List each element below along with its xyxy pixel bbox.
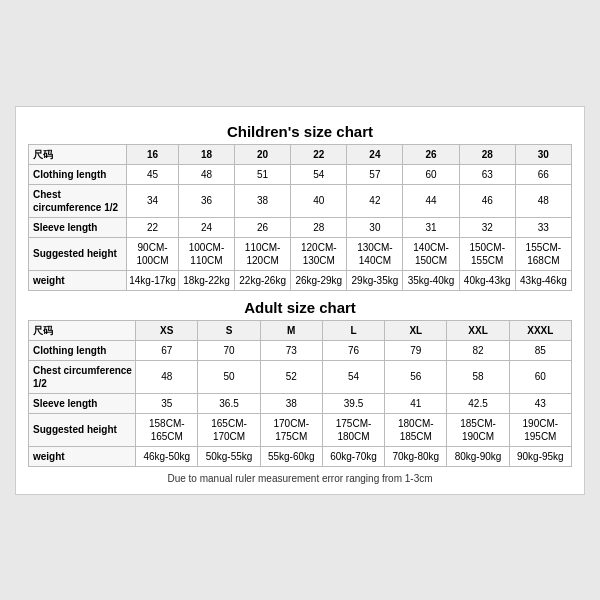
row-cell: 82 [447,340,509,360]
row-cell: 44 [403,184,459,217]
adult-header-cell: XL [385,320,447,340]
row-cell: 22 [127,217,179,237]
children-header-cell: 18 [178,144,234,164]
children-header-cell: 24 [347,144,403,164]
table-row: weight14kg-17kg18kg-22kg22kg-26kg26kg-29… [29,270,572,290]
row-cell: 48 [515,184,571,217]
table-row: Clothing length67707376798285 [29,340,572,360]
adult-header-cell: S [198,320,260,340]
row-cell: 42 [347,184,403,217]
row-cell: 50kg-55kg [198,446,260,466]
row-cell: 43kg-46kg [515,270,571,290]
row-cell: 170CM-175CM [260,413,322,446]
adult-title: Adult size chart [28,299,572,316]
row-cell: 35 [136,393,198,413]
row-cell: 24 [178,217,234,237]
row-cell: 43 [509,393,571,413]
row-cell: 70kg-80kg [385,446,447,466]
row-label: weight [29,446,136,466]
row-cell: 165CM-170CM [198,413,260,446]
row-cell: 67 [136,340,198,360]
adult-header-cell: 尺码 [29,320,136,340]
row-cell: 158CM-165CM [136,413,198,446]
row-cell: 80kg-90kg [447,446,509,466]
adult-header-cell: M [260,320,322,340]
row-cell: 185CM-190CM [447,413,509,446]
row-cell: 34 [127,184,179,217]
row-label: Suggested height [29,237,127,270]
row-cell: 50 [198,360,260,393]
row-cell: 57 [347,164,403,184]
row-cell: 22kg-26kg [235,270,291,290]
row-cell: 31 [403,217,459,237]
row-label: Clothing length [29,164,127,184]
row-label: Sleeve length [29,393,136,413]
row-cell: 41 [385,393,447,413]
row-cell: 29kg-35kg [347,270,403,290]
row-cell: 40kg-43kg [459,270,515,290]
adult-header-cell: L [322,320,384,340]
table-row: Chest circumference 1/23436384042444648 [29,184,572,217]
row-cell: 46kg-50kg [136,446,198,466]
row-cell: 48 [178,164,234,184]
table-row: Chest circumference 1/248505254565860 [29,360,572,393]
row-cell: 38 [260,393,322,413]
row-cell: 140CM-150CM [403,237,459,270]
adult-header-cell: XXXL [509,320,571,340]
row-cell: 85 [509,340,571,360]
children-header-cell: 28 [459,144,515,164]
row-cell: 42.5 [447,393,509,413]
row-label: Chest circumference 1/2 [29,184,127,217]
row-cell: 90kg-95kg [509,446,571,466]
row-cell: 110CM-120CM [235,237,291,270]
row-cell: 30 [347,217,403,237]
row-cell: 28 [291,217,347,237]
row-label: weight [29,270,127,290]
row-cell: 73 [260,340,322,360]
row-cell: 60 [403,164,459,184]
row-cell: 155CM-168CM [515,237,571,270]
row-cell: 76 [322,340,384,360]
children-header-cell: 尺码 [29,144,127,164]
row-cell: 79 [385,340,447,360]
table-row: Sleeve length3536.53839.54142.543 [29,393,572,413]
row-cell: 56 [385,360,447,393]
adult-header-cell: XS [136,320,198,340]
row-cell: 35kg-40kg [403,270,459,290]
row-cell: 190CM-195CM [509,413,571,446]
row-cell: 38 [235,184,291,217]
children-title: Children's size chart [28,123,572,140]
row-cell: 180CM-185CM [385,413,447,446]
row-cell: 150CM-155CM [459,237,515,270]
row-cell: 32 [459,217,515,237]
row-cell: 39.5 [322,393,384,413]
row-cell: 90CM-100CM [127,237,179,270]
table-row: Suggested height158CM-165CM165CM-170CM17… [29,413,572,446]
row-cell: 36.5 [198,393,260,413]
row-label: Chest circumference 1/2 [29,360,136,393]
row-cell: 58 [447,360,509,393]
note: Due to manual ruler measurement error ra… [28,473,572,484]
row-cell: 130CM-140CM [347,237,403,270]
table-row: weight46kg-50kg50kg-55kg55kg-60kg60kg-70… [29,446,572,466]
children-header-cell: 22 [291,144,347,164]
row-cell: 54 [322,360,384,393]
children-table: 尺码1618202224262830 Clothing length454851… [28,144,572,291]
row-cell: 60 [509,360,571,393]
chart-container: Children's size chart 尺码1618202224262830… [15,106,585,495]
row-cell: 52 [260,360,322,393]
children-header-cell: 30 [515,144,571,164]
row-cell: 70 [198,340,260,360]
row-cell: 18kg-22kg [178,270,234,290]
children-header-cell: 26 [403,144,459,164]
row-cell: 120CM-130CM [291,237,347,270]
row-cell: 175CM-180CM [322,413,384,446]
row-cell: 66 [515,164,571,184]
row-cell: 100CM-110CM [178,237,234,270]
row-cell: 36 [178,184,234,217]
row-cell: 54 [291,164,347,184]
row-cell: 55kg-60kg [260,446,322,466]
children-header-cell: 16 [127,144,179,164]
children-header-cell: 20 [235,144,291,164]
row-cell: 14kg-17kg [127,270,179,290]
